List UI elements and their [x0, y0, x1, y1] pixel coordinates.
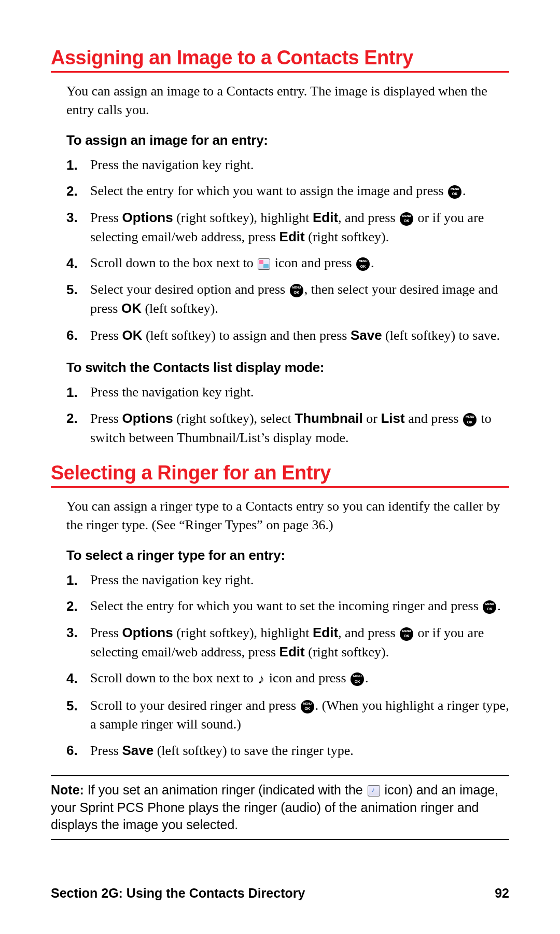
list-item: 4.Scroll down to the box next to ♪ icon … — [66, 669, 509, 689]
list-item: 2.Select the entry for which you want to… — [66, 182, 509, 200]
list-item: 3.Press Options (right softkey), highlig… — [66, 623, 509, 662]
steps-select-ringer: 1.Press the navigation key right. 2.Sele… — [66, 571, 509, 761]
list-item: 1.Press the navigation key right. — [66, 571, 509, 589]
list-item: 2.Select the entry for which you want to… — [66, 597, 509, 615]
picture-icon — [258, 258, 270, 270]
menu-ok-icon — [356, 257, 370, 271]
menu-ok-icon — [301, 700, 314, 713]
list-item: 2.Press Options (right softkey), select … — [66, 409, 509, 447]
note-block: Note: If you set an animation ringer (in… — [51, 775, 509, 840]
steps-assign-image: 1.Press the navigation key right. 2.Sele… — [66, 156, 509, 345]
intro-select-ringer: You can assign a ringer type to a Contac… — [66, 497, 509, 535]
list-item: 4.Scroll down to the box next to icon an… — [66, 254, 509, 272]
menu-ok-icon — [400, 212, 413, 226]
menu-ok-icon — [448, 185, 461, 199]
intro-assign-image: You can assign an image to a Contacts en… — [66, 82, 509, 120]
menu-ok-icon — [483, 600, 496, 614]
footer-page-number: 92 — [495, 886, 509, 901]
steps-switch-mode: 1.Press the navigation key right. 2.Pres… — [66, 383, 509, 447]
heading-assign-image: Assigning an Image to a Contacts Entry — [51, 47, 509, 73]
subheading-select-ringer: To select a ringer type for an entry: — [66, 547, 509, 564]
list-item: 1.Press the navigation key right. — [66, 156, 509, 174]
subheading-switch-mode: To switch the Contacts list display mode… — [66, 360, 509, 376]
menu-ok-icon — [463, 413, 477, 427]
list-item: 5.Scroll to your desired ringer and pres… — [66, 696, 509, 734]
animation-ringer-icon — [368, 785, 380, 796]
heading-select-ringer: Selecting a Ringer for an Entry — [51, 462, 509, 488]
list-item: 6.Press OK (left softkey) to assign and … — [66, 326, 509, 345]
list-item: 3.Press Options (right softkey), highlig… — [66, 208, 509, 247]
list-item: 6.Press Save (left softkey) to save the … — [66, 741, 509, 760]
list-item: 1.Press the navigation key right. — [66, 383, 509, 402]
page-footer: Section 2G: Using the Contacts Directory… — [51, 886, 509, 901]
music-note-icon: ♪ — [258, 670, 264, 689]
menu-ok-icon — [400, 627, 413, 641]
note-label: Note: — [51, 782, 84, 797]
menu-ok-icon — [290, 284, 303, 297]
menu-ok-icon — [351, 672, 364, 686]
list-item: 5.Select your desired option and press ,… — [66, 280, 509, 319]
subheading-assign: To assign an image for an entry: — [66, 132, 509, 148]
footer-section-label: Section 2G: Using the Contacts Directory — [51, 886, 305, 901]
